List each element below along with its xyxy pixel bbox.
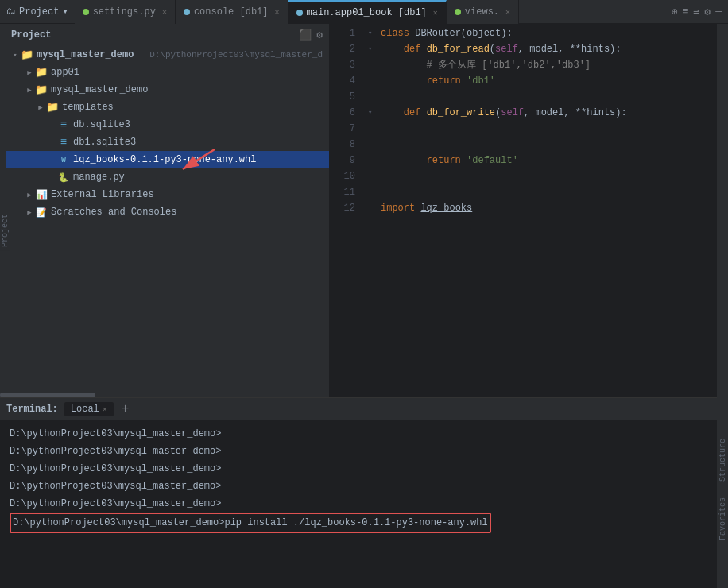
tab-close-main_app01_book[interactable]: ✕ bbox=[433, 8, 438, 17]
tab-dot-settings bbox=[83, 9, 89, 15]
terminal-content[interactable]: D:\pythonProject03\mysql_master_demo> D:… bbox=[0, 420, 728, 588]
tree-item-mysql-master-demo[interactable]: ▶ 📁 mysql_master_demo bbox=[6, 81, 329, 99]
code-line-9: return 'default' bbox=[362, 153, 728, 168]
globe-icon[interactable]: ⊕ bbox=[672, 6, 678, 18]
code-line-7 bbox=[362, 121, 728, 137]
mmd-label: mysql_master_demo bbox=[51, 84, 323, 95]
terminal-command-line: D:\pythonProject03\mysql_master_demo>pip… bbox=[10, 513, 718, 533]
ext-libs-icon: 📊 bbox=[35, 188, 48, 201]
scratches-label: Scratches and Consoles bbox=[51, 207, 323, 218]
tree-item-db-sqlite3[interactable]: ≡ db.sqlite3 bbox=[6, 116, 329, 133]
minimize-icon[interactable]: — bbox=[715, 6, 722, 17]
highlighted-command: D:\pythonProject03\mysql_master_demo>pip… bbox=[10, 513, 491, 533]
collapse-all-icon[interactable]: ⬛ bbox=[299, 29, 312, 41]
tree-item-lqz-whl[interactable]: W lqz_books-0.1.1-py3-none-any.whl bbox=[6, 151, 329, 168]
tree-root[interactable]: ▾ 📁 mysql_master_demo D:\pythonProject03… bbox=[6, 46, 329, 64]
templates-folder-icon: 📁 bbox=[46, 101, 59, 114]
tab-bar: 🗂 Project ▾ settings.py✕console [db1]✕ma… bbox=[0, 0, 728, 24]
tree-item-scratches[interactable]: ▶ 📝 Scratches and Consoles bbox=[6, 203, 329, 221]
code-line-3: # 多个从库 ['db1','db2','db3'] bbox=[362, 57, 728, 73]
split-icon[interactable]: ⇌ bbox=[694, 6, 700, 18]
file-tree: ▾ 📁 mysql_master_demo D:\pythonProject03… bbox=[0, 46, 329, 393]
code-line-4: return 'db1' bbox=[362, 73, 728, 89]
sidebar: Project Project ⬛ ⚙ ▾ 📁 mysql_master_dem… bbox=[0, 24, 330, 397]
whl-label: lqz_books-0.1.1-py3-none-any.whl bbox=[73, 154, 323, 165]
code-line-8 bbox=[362, 137, 728, 153]
tab-dot-main_app01_book bbox=[296, 10, 303, 16]
tree-item-manage-py[interactable]: 🐍 manage.py bbox=[6, 168, 329, 186]
fold-icon-1: ▾ bbox=[368, 25, 378, 41]
project-title-area: 🗂 Project ▾ bbox=[0, 6, 75, 17]
sidebar-scrollbar[interactable] bbox=[0, 393, 329, 397]
editor-panel: 1 2 3 4 5 6 7 8 9 10 11 12 ▾ bbox=[330, 24, 728, 397]
tab-close-settings[interactable]: ✕ bbox=[162, 7, 167, 17]
editor-tabs: settings.py✕console [db1]✕main.app01_boo… bbox=[75, 0, 672, 24]
new-terminal-button[interactable]: + bbox=[122, 402, 130, 416]
fold-icon-2: ▾ bbox=[368, 41, 378, 57]
terminal-prompt-3: D:\pythonProject03\mysql_master_demo> bbox=[10, 460, 718, 478]
right-edge-bar: Structure Favorites bbox=[717, 24, 728, 588]
root-label: mysql_master_demo bbox=[37, 49, 146, 60]
code-line-11 bbox=[362, 184, 728, 200]
app01-expand-icon: ▶ bbox=[24, 68, 35, 77]
terminal-label: Terminal: bbox=[6, 404, 58, 415]
main-area: Project Project ⬛ ⚙ ▾ 📁 mysql_master_dem… bbox=[0, 24, 728, 397]
whl-icon: W bbox=[57, 153, 70, 166]
project-dropdown-icon[interactable]: ▾ bbox=[62, 6, 68, 17]
code-line-10 bbox=[362, 168, 728, 184]
local-tab-close-icon[interactable]: ✕ bbox=[103, 404, 107, 414]
bottom-panel: Terminal: Local ✕ + D:\pythonProject03\m… bbox=[0, 397, 728, 588]
terminal-prompt-4: D:\pythonProject03\mysql_master_demo> bbox=[10, 478, 718, 495]
mmd-folder-icon: 📁 bbox=[35, 83, 48, 96]
project-label: Project bbox=[19, 6, 59, 17]
root-path: D:\pythonProject03\mysql_master_d bbox=[149, 50, 323, 60]
templates-expand-icon: ▶ bbox=[35, 103, 46, 112]
tree-item-external-libs[interactable]: ▶ 📊 External Libraries bbox=[6, 186, 329, 203]
tab-label-settings: settings.py bbox=[93, 6, 156, 17]
tree-item-templates[interactable]: ▶ 📁 templates bbox=[6, 99, 329, 116]
terminal-local-tab[interactable]: Local ✕ bbox=[64, 402, 114, 416]
tab-console_db1[interactable]: console [db1]✕ bbox=[176, 0, 288, 24]
settings-icon[interactable]: ⚙ bbox=[316, 29, 323, 41]
list-icon[interactable]: ≡ bbox=[683, 6, 689, 17]
favorites-label[interactable]: Favorites bbox=[718, 497, 727, 540]
terminal-tab-bar: Terminal: Local ✕ + bbox=[0, 398, 728, 420]
ext-libs-label: External Libraries bbox=[51, 189, 323, 200]
root-folder-icon: 📁 bbox=[21, 48, 33, 61]
root-expand-icon: ▾ bbox=[10, 51, 21, 60]
tab-close-views[interactable]: ✕ bbox=[505, 7, 510, 17]
tab-label-views: views. bbox=[465, 6, 499, 17]
gear-icon[interactable]: ⚙ bbox=[704, 6, 711, 18]
tab-dot-console_db1 bbox=[184, 9, 190, 15]
db1-sqlite3-label: db1.sqlite3 bbox=[73, 137, 323, 148]
tab-settings[interactable]: settings.py✕ bbox=[75, 0, 176, 24]
app01-folder-icon: 📁 bbox=[35, 66, 48, 79]
tab-close-console_db1[interactable]: ✕ bbox=[275, 7, 280, 17]
app01-label: app01 bbox=[51, 67, 323, 78]
project-icon: 🗂 bbox=[6, 6, 16, 17]
manage-py-label: manage.py bbox=[73, 172, 323, 183]
sidebar-title: Project bbox=[11, 29, 51, 41]
terminal-prompt-1: D:\pythonProject03\mysql_master_demo> bbox=[10, 425, 718, 443]
code-line-1: ▾ class DBRouter(object): bbox=[362, 25, 728, 41]
scratches-expand-icon: ▶ bbox=[24, 208, 35, 217]
tree-item-app01[interactable]: ▶ 📁 app01 bbox=[6, 64, 329, 81]
db-sqlite3-icon: ≡ bbox=[57, 118, 70, 131]
manage-py-icon: 🐍 bbox=[57, 171, 70, 184]
mmd-expand-icon: ▶ bbox=[24, 86, 35, 95]
local-tab-label: Local bbox=[71, 404, 99, 415]
sidebar-scrollbar-thumb bbox=[0, 393, 95, 397]
templates-label: templates bbox=[62, 102, 323, 113]
tab-main_app01_book[interactable]: main.app01_book [db1]✕ bbox=[288, 0, 447, 24]
terminal-prompt-5: D:\pythonProject03\mysql_master_demo> bbox=[10, 495, 718, 513]
ext-libs-expand-icon: ▶ bbox=[24, 191, 35, 199]
code-line-6: ▾ def db_for_write(self, model, **hints)… bbox=[362, 105, 728, 121]
terminal-prompt-2: D:\pythonProject03\mysql_master_demo> bbox=[10, 443, 718, 460]
sidebar-header-icons: ⬛ ⚙ bbox=[299, 29, 323, 41]
sidebar-header: Project ⬛ ⚙ bbox=[0, 24, 329, 46]
structure-label[interactable]: Structure bbox=[718, 439, 727, 482]
tree-item-db1-sqlite3[interactable]: ≡ db1.sqlite3 bbox=[6, 133, 329, 151]
tab-views[interactable]: views.✕ bbox=[447, 0, 519, 24]
code-editor[interactable]: ▾ class DBRouter(object): ▾ def db_for_r… bbox=[362, 24, 728, 397]
fold-icon-6: ▾ bbox=[368, 105, 378, 121]
